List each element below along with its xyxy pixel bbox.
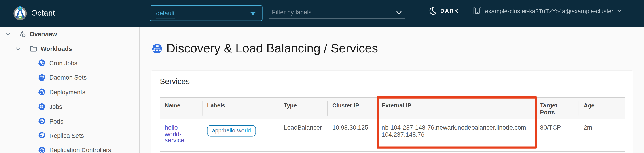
brand-title: Octant xyxy=(31,9,55,18)
cell-labels: app:hello-world xyxy=(202,119,279,136)
deployment-icon xyxy=(38,88,46,96)
overview-icon xyxy=(18,30,26,38)
namespace-value: default xyxy=(156,9,175,16)
namespace-underline xyxy=(156,18,175,19)
sidebar-item-workloads[interactable]: Workloads xyxy=(0,41,139,56)
column-divider xyxy=(376,101,377,116)
daemonset-icon xyxy=(38,74,46,81)
sidebar-item-label: Daemon Sets xyxy=(49,74,86,81)
sidebar-item-replication-controllers[interactable]: Replication Controllers xyxy=(0,143,139,153)
sidebar-item-deployments[interactable]: Deployments xyxy=(0,85,139,99)
table-header-row: Name Labels Type Cluster IP External IP … xyxy=(160,97,625,119)
table-row: hello-world-service app:hello-world Load… xyxy=(160,119,625,152)
theme-toggle-button[interactable]: DARK xyxy=(429,7,459,15)
sidebar-item-label: Deployments xyxy=(49,88,85,95)
column-header-age: Age xyxy=(579,98,625,109)
sidebar-item-replica-sets[interactable]: Replica Sets xyxy=(0,128,139,143)
chevron-down-icon[interactable] xyxy=(15,46,21,51)
column-header-external-ip: External IP xyxy=(376,98,535,109)
sidebar-item-jobs[interactable]: Jobs xyxy=(0,99,139,114)
column-divider xyxy=(579,101,579,116)
sidebar-item-label: Cron Jobs xyxy=(49,59,77,66)
top-navbar: Octant default DARK exampl xyxy=(0,0,644,26)
column-header-cluster-ip: Cluster IP xyxy=(327,98,376,109)
sidebar-item-label: Overview xyxy=(30,30,57,37)
column-header-type: Type xyxy=(279,98,327,109)
sidebar-item-overview[interactable]: Overview xyxy=(0,26,139,41)
page-title: Discovery & Load Balancing / Services xyxy=(166,41,378,55)
column-header-labels: Labels xyxy=(202,98,279,109)
sidebar-item-label: Replica Sets xyxy=(49,132,84,139)
services-table: Name Labels Type Cluster IP External IP … xyxy=(160,97,625,152)
sidebar-item-daemon-sets[interactable]: Daemon Sets xyxy=(0,70,139,85)
cluster-context-label: example-cluster-ka3TuTzYo4a@example-clus… xyxy=(485,7,613,14)
cell-age: 2m xyxy=(579,119,625,131)
sidebar-item-pods[interactable]: Pods xyxy=(0,114,139,128)
discovery-load-balancing-icon xyxy=(152,43,163,54)
cluster-icon xyxy=(473,7,482,15)
cell-target-ports: 80/TCP xyxy=(535,119,579,131)
label-badge[interactable]: app:hello-world xyxy=(207,125,256,137)
app-window: Octant default DARK exampl xyxy=(0,0,644,153)
service-name-link[interactable]: hello-world-service xyxy=(165,124,189,143)
column-divider xyxy=(202,101,202,116)
column-divider xyxy=(535,101,536,116)
sidebar-item-label: Workloads xyxy=(41,45,72,52)
chevron-down-icon[interactable] xyxy=(5,32,11,36)
cell-name: hello-world-service xyxy=(160,119,202,144)
caret-down-icon xyxy=(250,12,255,15)
column-divider xyxy=(327,101,328,116)
moon-icon xyxy=(429,7,437,15)
sidebar-nav: Overview Workloads Cron Jobs xyxy=(0,26,140,153)
replicaset-icon xyxy=(38,132,46,139)
job-icon xyxy=(38,103,46,110)
label-filter-input[interactable] xyxy=(271,8,392,16)
column-header-target-ports: Target Ports xyxy=(535,98,579,116)
cell-type: LoadBalancer xyxy=(279,119,327,131)
sidebar-item-cron-jobs[interactable]: Cron Jobs xyxy=(0,56,139,70)
cronjob-icon xyxy=(38,59,46,67)
main-content: Discovery & Load Balancing / Services Se… xyxy=(140,26,644,153)
card-title: Services xyxy=(160,77,190,86)
pod-icon xyxy=(38,117,46,125)
sidebar-item-label: Replication Controllers xyxy=(49,147,111,153)
chevron-down-icon xyxy=(617,9,622,12)
cell-cluster-ip: 10.98.30.125 xyxy=(327,119,376,131)
column-divider xyxy=(279,101,279,116)
namespace-selector[interactable]: default xyxy=(150,5,262,21)
octant-logo-icon xyxy=(12,5,28,21)
services-card: Services Name Labels Type Cluster IP Ext… xyxy=(151,71,633,153)
sidebar-item-label: Pods xyxy=(49,118,63,124)
replication-controller-icon xyxy=(38,146,46,153)
cluster-context-selector[interactable]: example-cluster-ka3TuTzYo4a@example-clus… xyxy=(473,7,622,15)
folder-icon xyxy=(30,44,37,52)
chevron-down-icon[interactable] xyxy=(396,10,402,15)
page-title-row: Discovery & Load Balancing / Services xyxy=(152,41,378,55)
label-filter xyxy=(270,7,406,19)
theme-toggle-label: DARK xyxy=(440,8,459,14)
sidebar-item-label: Jobs xyxy=(49,103,62,110)
cell-external-ip: nb-104-237-148-76.newark.nodebalancer.li… xyxy=(376,119,535,138)
column-header-name: Name xyxy=(160,98,202,109)
